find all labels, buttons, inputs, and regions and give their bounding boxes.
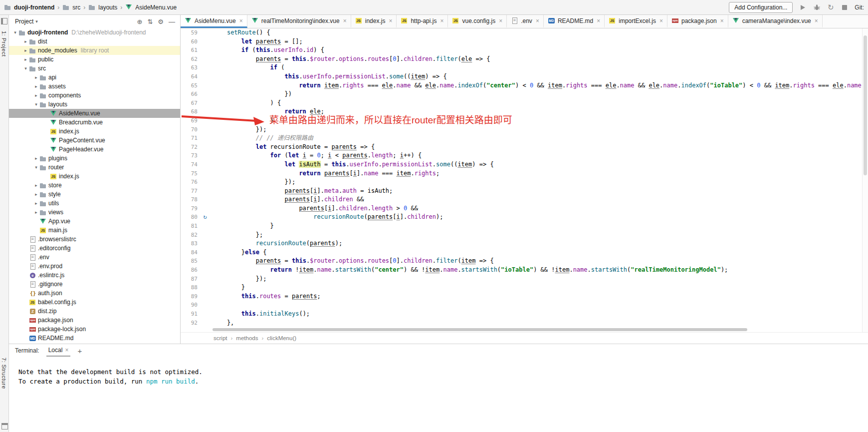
chevron-open-icon[interactable]: ▾ (33, 165, 39, 170)
line-number[interactable]: 61 (181, 46, 198, 55)
tree-item-main.js[interactable]: main.js (9, 226, 180, 235)
tree-item-index.js[interactable]: index.js (9, 127, 180, 136)
line-number[interactable]: 90 (181, 301, 198, 310)
editor-tab-vue.config.js[interactable]: vue.config.js× (448, 15, 507, 28)
line-number[interactable]: 66 (181, 90, 198, 99)
code-line-77[interactable]: 77 parents[i].meta.auth = isAuth; (181, 187, 868, 196)
editor-tab-cameramanage-index.vue[interactable]: cameraManage\index.vue× (728, 15, 823, 28)
chevron-closed-icon[interactable]: ▸ (33, 192, 39, 197)
locate-icon[interactable]: ⊕ (137, 18, 143, 25)
code-line-84[interactable]: 84 }else { (181, 248, 868, 257)
editor-tab-readme.md[interactable]: README.md× (544, 15, 605, 28)
breadcrumb-layouts[interactable]: layouts (98, 4, 117, 11)
tree-item-utils[interactable]: ▸utils (9, 199, 180, 208)
close-icon[interactable]: × (720, 17, 724, 24)
line-number[interactable]: 63 (181, 63, 198, 72)
horizontal-scrollbar[interactable] (213, 328, 747, 331)
code-line-89[interactable]: 89 this.routes = parents; (181, 292, 868, 301)
editor-tab-package.json[interactable]: package.json× (667, 15, 728, 28)
code-line-74[interactable]: 74 let isAuth = this.userInfo.permission… (181, 160, 868, 169)
close-icon[interactable]: × (597, 17, 600, 24)
line-number[interactable]: 69 (181, 116, 198, 125)
chevron-closed-icon[interactable]: ▸ (33, 84, 39, 89)
code-line-69[interactable]: 69 } (181, 116, 868, 125)
tree-item-pagecontent.vue[interactable]: PageContent.vue (9, 136, 180, 145)
line-number[interactable]: 59 (181, 28, 198, 37)
refresh-icon[interactable]: ↻ (827, 3, 835, 11)
breadcrumb-project[interactable]: duoji-frontend (14, 4, 54, 11)
editor-tab-index.js[interactable]: index.js× (351, 15, 397, 28)
breadcrumb-methods[interactable]: methods (236, 335, 258, 341)
project-tool-button[interactable]: 1: Project (1, 31, 7, 56)
close-icon[interactable]: × (440, 17, 443, 24)
code-line-91[interactable]: 91 this.initialKeys(); (181, 310, 868, 319)
tree-item-asidemenu.vue[interactable]: AsideMenu.vue (9, 109, 180, 118)
code-line-61[interactable]: 61 if (this.userInfo.id) { (181, 46, 868, 55)
tree-item-index.js[interactable]: index.js (9, 172, 180, 181)
tree-item-readme.md[interactable]: README.md (9, 334, 180, 343)
breadcrumb-file[interactable]: AsideMenu.vue (135, 4, 177, 11)
code-line-72[interactable]: 72 let recursionRoute = parents => { (181, 143, 868, 152)
tree-item-dist[interactable]: ▸dist (9, 37, 180, 46)
tree-item-layouts[interactable]: ▾layouts (9, 100, 180, 109)
tree-item-store[interactable]: ▸store (9, 181, 180, 190)
scrollbar-thumb[interactable] (864, 35, 867, 175)
chevron-open-icon[interactable]: ▾ (12, 30, 18, 35)
line-number[interactable]: 80 (181, 213, 198, 222)
line-number[interactable]: 81 (181, 222, 198, 231)
tree-item-package-lock.json[interactable]: package-lock.json (9, 325, 180, 334)
close-icon[interactable]: × (343, 17, 347, 24)
chevron-closed-icon[interactable]: ▸ (22, 57, 29, 62)
tree-item-node-modules[interactable]: ▸node_moduleslibrary root (9, 46, 180, 55)
close-icon[interactable]: × (659, 17, 663, 24)
line-number[interactable]: 73 (181, 151, 198, 160)
stop-icon[interactable] (841, 3, 849, 11)
breadcrumb-script[interactable]: script (214, 335, 227, 341)
hide-panel-icon[interactable]: — (169, 18, 175, 25)
chevron-closed-icon[interactable]: ▸ (33, 93, 39, 98)
chevron-open-icon[interactable]: ▾ (33, 102, 39, 107)
line-number[interactable]: 91 (181, 310, 198, 319)
tree-item-components[interactable]: ▸components (9, 91, 180, 100)
tree-item-.gitignore[interactable]: .gitignore (9, 280, 180, 289)
line-number[interactable]: 92 (181, 319, 198, 328)
code-line-68[interactable]: 68 return ele; (181, 107, 868, 116)
code-line-90[interactable]: 90 (181, 301, 868, 310)
tree-item-assets[interactable]: ▸assets (9, 82, 180, 91)
code-line-64[interactable]: 64 this.userInfo.permissionList.some((it… (181, 72, 868, 81)
code-line-59[interactable]: 59 setRoute() { (181, 28, 868, 37)
line-number[interactable]: 76 (181, 178, 198, 187)
bottom-tool-icon[interactable] (1, 423, 8, 430)
line-number[interactable]: 87 (181, 275, 198, 284)
chevron-closed-icon[interactable]: ▸ (33, 75, 39, 80)
line-number[interactable]: 86 (181, 266, 198, 275)
structure-tool-button[interactable]: 7: Structure (1, 358, 7, 389)
terminal-tab-local[interactable]: Local × (46, 345, 71, 357)
chevron-closed-icon[interactable]: ▸ (33, 156, 39, 161)
breadcrumb-src[interactable]: src (72, 4, 80, 11)
tree-item-.editorconfig[interactable]: .editorconfig (9, 244, 180, 253)
tree-item-pageheader.vue[interactable]: PageHeader.vue (9, 145, 180, 154)
tree-item-router[interactable]: ▾router (9, 163, 180, 172)
line-number[interactable]: 79 (181, 204, 198, 213)
code-line-71[interactable]: 71 // // 递归权限路由 (181, 134, 868, 143)
line-number[interactable]: 78 (181, 195, 198, 204)
line-number[interactable]: 74 (181, 160, 198, 169)
tree-item-dist.zip[interactable]: dist.zip (9, 307, 180, 316)
line-number[interactable]: 77 (181, 187, 198, 196)
tool-windows-icon[interactable] (1, 18, 7, 24)
close-icon[interactable]: × (239, 17, 243, 24)
debug-icon[interactable] (813, 3, 821, 11)
line-number[interactable]: 88 (181, 283, 198, 292)
git-label[interactable]: Git: (855, 4, 864, 11)
code-line-63[interactable]: 63 if ( (181, 63, 868, 72)
line-number[interactable]: 64 (181, 72, 198, 81)
code-line-78[interactable]: 78 parents[i].children && (181, 195, 868, 204)
editor-tab-.env[interactable]: .env× (507, 15, 544, 28)
tree-item-.env[interactable]: .env (9, 253, 180, 262)
terminal-output[interactable]: Note that the development build is not o… (9, 357, 868, 386)
line-number[interactable]: 70 (181, 125, 198, 134)
new-terminal-tab-button[interactable]: + (77, 347, 82, 355)
tree-item-.browserslistrc[interactable]: .browserslistrc (9, 235, 180, 244)
project-panel-title[interactable]: Project (15, 18, 33, 25)
